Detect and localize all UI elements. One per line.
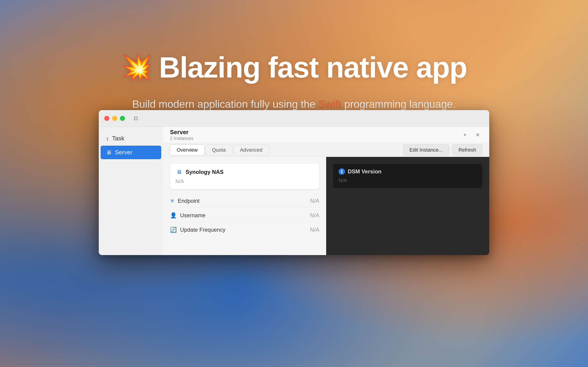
tab-actions: Edit Instance... Refresh	[403, 144, 482, 156]
username-value: N/A	[310, 212, 319, 219]
content-header: Server 2 Instances + ≡	[163, 127, 489, 143]
update-freq-value: N/A	[310, 227, 319, 233]
refresh-button[interactable]: Refresh	[452, 144, 482, 156]
content-right: ℹ DSM Version N/A	[326, 157, 489, 255]
synology-card-header: 🖥 Synology NAS	[175, 168, 314, 176]
hero-title-text: Blazing fast native app	[159, 50, 467, 84]
hero-subtitle-before: Build modern application fully using the	[132, 98, 319, 110]
dsm-card-value: N/A	[338, 177, 477, 184]
app-window: ⊡ ↕ Task 🖥 Server Server 2 Instances	[99, 110, 489, 255]
dsm-card-header: ℹ DSM Version	[338, 168, 477, 175]
sidebar-item-task[interactable]: ↕ Task	[101, 132, 161, 145]
server-subtitle: 2 Instances	[170, 136, 193, 141]
plus-icon: +	[464, 132, 467, 138]
hero-subtitle: Build modern application fully using the…	[132, 98, 456, 110]
dsm-icon: ℹ	[338, 168, 345, 175]
update-freq-icon: 🔄	[170, 227, 177, 233]
tab-advanced[interactable]: Advanced	[233, 144, 269, 156]
hero-swift-highlight: Swift	[318, 98, 341, 110]
content-left: 🖥 Synology NAS N/A ✳ Endpoint	[163, 157, 326, 255]
server-icon: 🖥	[106, 149, 112, 156]
synology-card-value: N/A	[175, 178, 314, 184]
update-freq-label: Update Frequency	[180, 227, 225, 233]
endpoint-icon: ✳	[170, 198, 174, 204]
dsm-card-title: DSM Version	[348, 168, 381, 175]
endpoint-label: Endpoint	[178, 198, 199, 204]
update-freq-row: 🔄 Update Frequency N/A	[170, 223, 319, 236]
endpoint-row: ✳ Endpoint N/A	[170, 194, 319, 208]
close-button[interactable]	[104, 116, 109, 121]
sidebar-item-task-label: Task	[112, 135, 124, 142]
synology-card-title: Synology NAS	[186, 169, 224, 175]
task-icon: ↕	[106, 135, 109, 142]
minimize-button[interactable]	[112, 116, 117, 121]
dsm-card: ℹ DSM Version N/A	[333, 164, 482, 188]
hero-subtitle-after: programming language.	[341, 98, 456, 110]
hero-section: 💥 Blazing fast native app Build modern a…	[0, 0, 588, 110]
list-icon: ≡	[476, 132, 479, 138]
tabs: Overview Quota Advanced	[170, 144, 269, 156]
server-title-block: Server 2 Instances	[170, 129, 193, 141]
maximize-button[interactable]	[120, 116, 125, 121]
cards-row: 🖥 Synology NAS N/A	[170, 164, 319, 189]
window-titlebar: ⊡	[99, 110, 489, 127]
username-icon: 👤	[170, 212, 177, 219]
content-area: 🖥 Synology NAS N/A ✳ Endpoint	[163, 157, 489, 255]
sidebar-toggle-icon: ⊡	[134, 115, 142, 121]
tab-overview[interactable]: Overview	[170, 144, 204, 156]
sidebar-item-server-label: Server	[115, 149, 132, 156]
username-row: 👤 Username N/A	[170, 209, 319, 222]
synology-icon: 🖥	[175, 168, 183, 176]
endpoint-value: N/A	[310, 198, 319, 204]
sidebar-toggle-button[interactable]: ⊡	[134, 115, 142, 122]
window-body: ↕ Task 🖥 Server Server 2 Instances +	[99, 127, 489, 255]
username-row-left: 👤 Username	[170, 212, 206, 219]
synology-card: 🖥 Synology NAS N/A	[170, 164, 319, 189]
tab-bar: Overview Quota Advanced Edit Instance...…	[163, 143, 489, 157]
list-view-button[interactable]: ≡	[473, 131, 482, 139]
traffic-lights	[104, 116, 125, 121]
tab-quota[interactable]: Quota	[205, 144, 233, 156]
username-label: Username	[180, 212, 206, 219]
sidebar-item-server[interactable]: 🖥 Server	[101, 146, 161, 159]
endpoint-row-left: ✳ Endpoint	[170, 198, 199, 204]
hero-emoji: 💥	[121, 52, 152, 82]
hero-title: 💥 Blazing fast native app	[121, 50, 467, 84]
server-title: Server	[170, 129, 193, 136]
main-content: Server 2 Instances + ≡ Overview Quota	[163, 127, 489, 255]
info-rows: ✳ Endpoint N/A 👤 Username N/A	[170, 194, 319, 236]
edit-instance-button[interactable]: Edit Instance...	[403, 144, 449, 156]
add-button[interactable]: +	[460, 131, 469, 139]
sidebar: ↕ Task 🖥 Server	[99, 127, 163, 255]
update-freq-row-left: 🔄 Update Frequency	[170, 227, 225, 233]
header-actions: + ≡	[460, 131, 482, 139]
